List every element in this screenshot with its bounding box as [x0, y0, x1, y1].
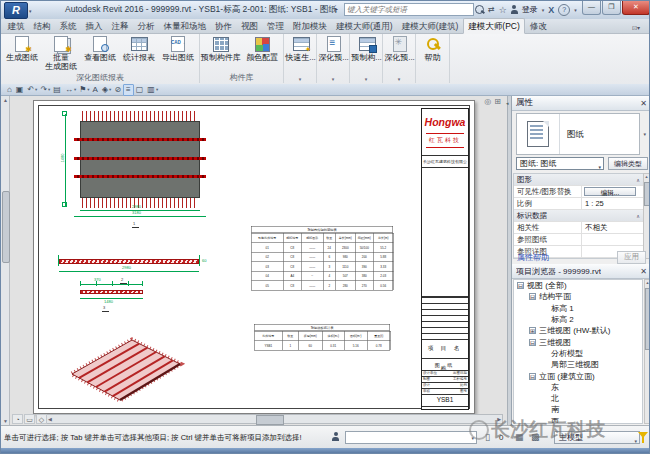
- browser-scrollbar[interactable]: ▲: [644, 279, 650, 424]
- close-icon[interactable]: ✕: [640, 267, 647, 276]
- search-expand-icon[interactable]: ▸: [335, 5, 338, 12]
- edit-visibility-button[interactable]: 编辑...: [584, 187, 636, 196]
- text-icon[interactable]: A: [91, 85, 100, 95]
- tree-expand-icon[interactable]: ⊟: [529, 373, 536, 380]
- ribbon-button[interactable]: 预制构件库: [200, 34, 242, 62]
- property-row[interactable]: 可见性/图形替换 编辑...: [514, 186, 643, 198]
- tree-item[interactable]: ⊟ 立面 (建筑立面): [514, 370, 642, 381]
- section-identity[interactable]: 标识数据∧: [514, 210, 643, 222]
- ribbon-tab[interactable]: 协作: [211, 19, 237, 33]
- workset-combo[interactable]: [345, 431, 477, 444]
- minimize-button[interactable]: —: [582, 1, 601, 15]
- help-icon[interactable]: ?: [558, 4, 570, 16]
- tree-item[interactable]: 西: [514, 416, 642, 424]
- sign-in-person-icon[interactable]: [511, 5, 518, 14]
- ribbon-button[interactable]: 统计报表: [120, 34, 159, 71]
- scrollbar-thumb[interactable]: [644, 182, 650, 206]
- search-input[interactable]: [344, 3, 474, 16]
- visual-style-icon[interactable]: ◔: [12, 414, 23, 424]
- tree-item[interactable]: 南: [514, 404, 642, 415]
- collapse-section-icon[interactable]: ∧: [636, 213, 640, 219]
- ribbon-tab[interactable]: 插入: [81, 19, 107, 33]
- ribbon-tab[interactable]: 体量和场地: [159, 19, 211, 33]
- maximize-button[interactable]: ❐: [602, 1, 621, 15]
- tree-item[interactable]: 东: [514, 382, 642, 393]
- panel-flyout-caret-icon[interactable]: ▾: [350, 76, 382, 82]
- scroll-left-icon[interactable]: ◀: [48, 415, 52, 423]
- qat-caret-icon[interactable]: ▾: [74, 87, 76, 92]
- panel-flyout-caret-icon[interactable]: ▾: [284, 76, 316, 82]
- scrollbar-thumb[interactable]: [2, 191, 10, 263]
- properties-help-link[interactable]: 属性帮助: [517, 252, 549, 263]
- ribbon-tab[interactable]: 结构: [29, 19, 55, 33]
- panel-flyout-caret-icon[interactable]: ▾: [317, 76, 349, 82]
- tree-item[interactable]: 标高 1: [514, 303, 642, 314]
- tree-item[interactable]: ⊟ 视图 (全部): [514, 280, 642, 291]
- filter-icon[interactable]: [638, 432, 648, 438]
- ribbon-tab[interactable]: 建模大师(PC): [463, 18, 525, 34]
- tree-item[interactable]: 局部三维视图: [514, 359, 642, 370]
- crop-region-icon[interactable]: ▭: [24, 414, 35, 424]
- tree-item[interactable]: ⊟ 结构平面: [514, 291, 642, 302]
- ribbon-tab[interactable]: 系统: [55, 19, 81, 33]
- drawing-area[interactable]: ◎⊞ 1480 2980 3180 1 60 29: [10, 96, 507, 425]
- ribbon-button[interactable]: 查看图纸: [81, 34, 120, 71]
- ribbon-tab[interactable]: 修改: [525, 19, 551, 33]
- type-selector[interactable]: 图纸: 图纸: [516, 157, 604, 170]
- ribbon-tab[interactable]: 管理: [263, 19, 289, 33]
- qat-caret-icon[interactable]: ▾: [87, 87, 89, 92]
- type-preview-caret-icon[interactable]: ▾: [643, 131, 646, 137]
- ribbon-button[interactable]: 深化预...: [383, 34, 416, 62]
- tree-item[interactable]: 标高 2: [514, 314, 642, 325]
- ribbon-button[interactable]: 深化预...: [317, 34, 350, 62]
- ribbon-button[interactable]: 快速生...: [284, 34, 317, 62]
- collapse-arrow-icon[interactable]: ◂: [506, 100, 509, 106]
- section-graphics[interactable]: 图形∧: [514, 174, 643, 186]
- ribbon-state-caret-icon[interactable]: ⊡▾: [632, 21, 640, 35]
- scrollbar-thumb[interactable]: [256, 415, 284, 425]
- favorites-star-icon[interactable]: ☆: [499, 5, 507, 15]
- scroll-up-icon[interactable]: ▲: [645, 280, 650, 285]
- property-row[interactable]: 比例 1 : 25: [514, 198, 643, 210]
- exclude-options-icon[interactable]: ▩: [531, 432, 540, 442]
- ribbon-tab[interactable]: 注释: [107, 19, 133, 33]
- qat-caret-icon[interactable]: ▾: [35, 87, 37, 92]
- property-row[interactable]: 参照图纸: [514, 234, 643, 246]
- project-browser-header[interactable]: 项目浏览器 - 999999.rvt ✕: [512, 264, 650, 279]
- tree-item[interactable]: 分析模型: [514, 348, 642, 359]
- ribbon-tab[interactable]: 建筑: [3, 19, 29, 33]
- scroll-down-icon[interactable]: ▼: [1, 418, 10, 424]
- tree-item[interactable]: ⊞ 三维视图 (HW-默认): [514, 325, 642, 336]
- collapse-section-icon[interactable]: ∧: [636, 177, 640, 183]
- tree-expand-icon[interactable]: ⊞: [529, 327, 536, 334]
- exchange-apps-icon[interactable]: X: [548, 5, 554, 15]
- help-button[interactable]: 帮助: [416, 34, 449, 62]
- design-options-icon[interactable]: ▯: [485, 432, 490, 442]
- horizontal-scrollbar[interactable]: ◀ ▶: [46, 414, 503, 424]
- ribbon-tab[interactable]: 建模大师(建筑): [397, 19, 463, 33]
- save-icon[interactable]: ▣: [14, 85, 26, 95]
- property-row[interactable]: 相关性 不相关: [514, 222, 643, 234]
- scroll-up-icon[interactable]: ▲: [1, 97, 10, 103]
- scrollbar-thumb[interactable]: [645, 288, 650, 350]
- app-menu-caret-icon[interactable]: ▾: [29, 8, 32, 14]
- print-icon[interactable]: ▤: [51, 85, 63, 95]
- ribbon-button[interactable]: 批量 生成图纸: [42, 34, 81, 71]
- active-model-combo[interactable]: 主模型: [554, 431, 640, 444]
- communication-center-icon[interactable]: ⇄: [488, 5, 495, 14]
- ribbon-tab[interactable]: 分析: [133, 19, 159, 33]
- scroll-up-icon[interactable]: ▲: [644, 174, 649, 179]
- edit-type-button[interactable]: 编辑类型: [608, 157, 648, 170]
- close-hidden-windows-icon[interactable]: ▢: [134, 85, 146, 95]
- open-icon[interactable]: ⌂: [5, 85, 14, 95]
- ribbon-tab[interactable]: 附加模块: [289, 19, 332, 33]
- tree-expand-icon[interactable]: ⊟: [529, 339, 536, 346]
- sheet-view[interactable]: 1480 2980 3180 1 60 2980 2 370 1480: [33, 100, 475, 414]
- steering-wheel-icon[interactable]: ◎: [484, 97, 491, 106]
- ribbon-tab[interactable]: 建模大师(通用): [332, 19, 398, 33]
- navigation-bar-icon[interactable]: ⊞: [494, 97, 501, 106]
- type-preview[interactable]: 图纸: [516, 113, 640, 155]
- qat-caret-icon[interactable]: ▾: [48, 87, 50, 92]
- properties-header[interactable]: 属性 ✕: [512, 96, 650, 111]
- close-button[interactable]: ✕: [622, 1, 650, 15]
